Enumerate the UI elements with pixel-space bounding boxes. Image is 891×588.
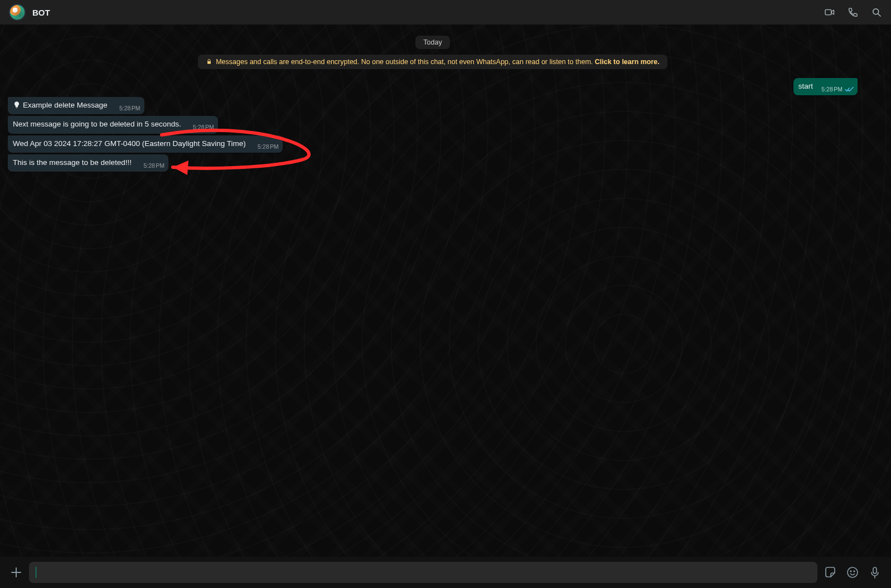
composer <box>0 557 891 588</box>
message-outgoing[interactable]: start 5:28 PM <box>793 78 858 95</box>
read-ticks-icon <box>845 86 854 93</box>
voice-call-icon[interactable] <box>848 7 859 18</box>
svg-point-8 <box>848 567 858 577</box>
chat-title[interactable]: BOT <box>32 8 50 17</box>
svg-line-2 <box>878 14 880 16</box>
emoji-icon[interactable] <box>845 565 860 580</box>
svg-rect-0 <box>825 9 831 14</box>
message-time: 5:28 PM <box>143 162 164 169</box>
svg-point-10 <box>854 571 855 572</box>
message-incoming[interactable]: Wed Apr 03 2024 17:28:27 GMT-0400 (Easte… <box>8 135 283 153</box>
message-time: 5:28 PM <box>258 143 279 150</box>
svg-rect-4 <box>16 108 18 108</box>
lock-icon <box>206 59 212 65</box>
chat-panel[interactable]: Today Messages and calls are end-to-end … <box>0 25 891 557</box>
message-time: 5:28 PM <box>821 85 842 93</box>
encryption-learn-more-link[interactable]: Click to learn more. <box>595 58 660 66</box>
encryption-banner[interactable]: Messages and calls are end-to-end encryp… <box>198 55 667 69</box>
mic-icon[interactable] <box>868 565 882 580</box>
message-time: 5:28 PM <box>193 123 214 131</box>
date-chip: Today <box>415 36 449 49</box>
message-incoming[interactable]: Next message is going to be deleted in 5… <box>8 116 218 133</box>
message-text: This is the message to be deleted!!! <box>13 158 164 167</box>
message-time: 5:28 PM <box>119 104 141 112</box>
svg-point-9 <box>850 571 851 572</box>
attach-button[interactable] <box>9 565 23 580</box>
bulb-icon <box>13 101 21 109</box>
message-incoming[interactable]: Example delete Message 5:28 PM <box>8 97 144 114</box>
message-input[interactable] <box>29 562 817 583</box>
search-icon[interactable] <box>871 7 882 18</box>
chat-header: BOT <box>0 0 891 25</box>
message-incoming[interactable]: This is the message to be deleted!!! 5:2… <box>8 154 168 172</box>
avatar[interactable] <box>9 4 26 21</box>
svg-rect-3 <box>207 61 211 64</box>
svg-rect-11 <box>873 567 877 574</box>
message-text: Next message is going to be deleted in 5… <box>13 120 214 128</box>
message-text: Wed Apr 03 2024 17:28:27 GMT-0400 (Easte… <box>13 139 278 148</box>
text-caret <box>36 567 36 578</box>
video-call-icon[interactable] <box>824 7 835 18</box>
header-actions <box>824 7 882 18</box>
encryption-text: Messages and calls are end-to-end encryp… <box>216 58 595 66</box>
sticker-icon[interactable] <box>823 565 837 580</box>
